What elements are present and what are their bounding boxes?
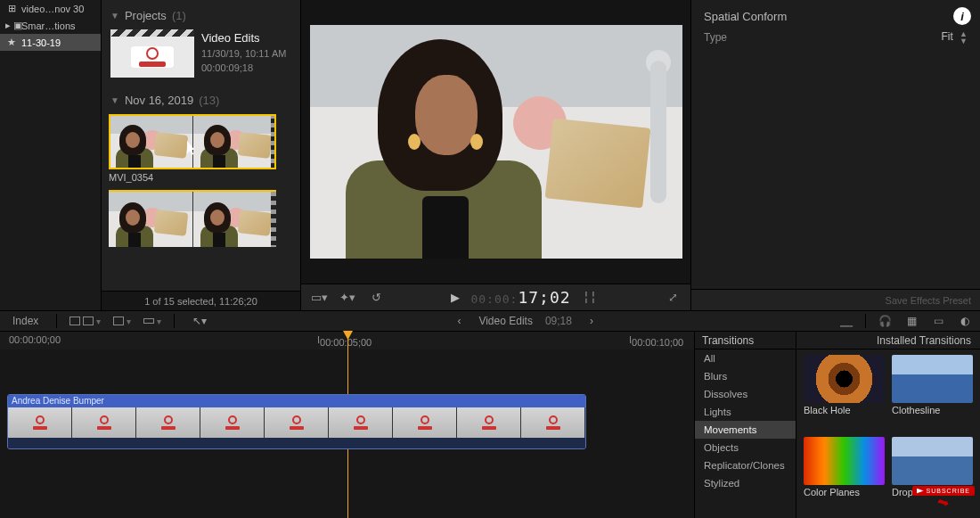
transition-thumbnail xyxy=(804,355,885,403)
event-label: Nov 16, 2019 xyxy=(125,94,193,107)
transition-label: Black Hole xyxy=(804,405,885,415)
clip-appearance-icon[interactable]: ▾ xyxy=(69,317,101,326)
save-effects-preset-button[interactable]: Save Effects Preset xyxy=(886,295,971,306)
transition-thumbnail xyxy=(892,355,973,403)
inspector-type-value: Fit xyxy=(941,30,952,43)
ruler-mark: I 00:00:10;00 xyxy=(629,334,632,345)
transition-label: Clothesline xyxy=(892,405,973,415)
event-count: (13) xyxy=(199,94,219,107)
transition-color-planes[interactable]: Color Planes xyxy=(804,437,885,514)
library-item-label: Smar…tions xyxy=(21,21,76,31)
timeline-clip[interactable]: Andrea Denise Bumper xyxy=(7,394,586,449)
transitions-browser-icon[interactable]: ▭ xyxy=(930,315,946,327)
fx-category-objects[interactable]: Objects xyxy=(695,439,796,456)
fx-category-movements[interactable]: Movements xyxy=(695,421,796,439)
projects-count: (1) xyxy=(172,9,186,22)
fx-right-header: Installed Transitions xyxy=(796,332,980,349)
transition-thumbnail xyxy=(804,437,885,485)
fx-category-lights[interactable]: Lights xyxy=(695,403,796,421)
fx-category-blurs[interactable]: Blurs xyxy=(695,367,796,385)
transition-drop-in[interactable]: Drop In xyxy=(892,437,973,514)
library-item-smart[interactable]: ▸ ▣ Smar…tions xyxy=(0,17,101,34)
library-item-video[interactable]: ⊞ video…nov 30 xyxy=(0,0,101,17)
stepper-icon[interactable]: ▲▼ xyxy=(960,30,968,45)
clip-filmstrip-selected[interactable] xyxy=(109,114,276,169)
projects-label: Projects xyxy=(125,9,167,22)
select-tool-icon[interactable]: ↖▾ xyxy=(187,314,212,328)
view-options-icon[interactable]: ▭▾ xyxy=(310,291,328,304)
transition-label: Color Planes xyxy=(804,487,885,497)
index-button[interactable]: Index xyxy=(7,314,44,328)
clip-browser: ▼ Projects (1) Video Edits 11/30/19, 10:… xyxy=(102,0,301,310)
clip-name: MVI_0354 xyxy=(109,172,293,183)
transition-black-hole[interactable]: Black Hole xyxy=(804,355,885,432)
ruler-mark: I 00:00:05;00 xyxy=(317,334,320,345)
inspector-section: Spatial Conform xyxy=(704,10,787,23)
timeline-clip-title: Andrea Denise Bumper xyxy=(8,395,585,407)
fullscreen-icon[interactable]: ⤢ xyxy=(664,291,682,304)
library-item-label: 11-30-19 xyxy=(21,37,61,48)
grid-icon: ⊞ xyxy=(5,3,18,14)
browser-status: 1 of 15 selected, 11:26;20 xyxy=(102,291,300,310)
effects-browser-icon[interactable]: ▦ xyxy=(903,315,919,327)
loop-icon[interactable]: ╎╎ xyxy=(582,291,598,304)
folder-icon: ▸ ▣ xyxy=(5,20,18,31)
info-icon[interactable]: i xyxy=(953,7,971,25)
effects-tool-icon[interactable]: ✦▾ xyxy=(339,291,356,304)
viewer-panel: ▭▾ ✦▾ ↺ ▶ 00:00:17;02 ╎╎ ⤢ xyxy=(301,0,691,310)
disclosure-icon: ▼ xyxy=(110,95,119,105)
retime-icon[interactable]: ↺ xyxy=(367,291,385,304)
project-duration: 00:00:09;18 xyxy=(201,62,286,73)
fx-category-replicator-clones[interactable]: Replicator/Clones xyxy=(695,456,796,474)
align-icon[interactable]: ⎯⎯ xyxy=(838,315,854,327)
inspector-type-row[interactable]: Type Fit ▲▼ xyxy=(691,27,980,48)
project-thumbnail xyxy=(110,29,194,78)
fx-category-stylized[interactable]: Stylized xyxy=(695,474,796,492)
transition-label: Drop In xyxy=(892,487,973,497)
viewer-timecode[interactable]: 00:00:17;02 xyxy=(470,288,570,307)
fx-category-dissolves[interactable]: Dissolves xyxy=(695,385,796,403)
ruler-mark: 00:00:00;00 xyxy=(9,334,61,345)
timeline-toolbar: Index ▾ ▾ ▾ ↖▾ ‹ Video Edits 09;18 › ⎯⎯ … xyxy=(0,310,980,332)
fx-category-all[interactable]: All xyxy=(695,349,796,367)
library-item-date[interactable]: ★ 11-30-19 xyxy=(0,34,101,51)
project-date: 11/30/19, 10:11 AM xyxy=(201,48,286,59)
fx-left-header: Transitions xyxy=(695,332,796,349)
timeline-nav-next[interactable]: › xyxy=(584,314,599,328)
timeline[interactable]: 00:00:00;00 I 00:00:05;00 I 00:00:10;00 … xyxy=(0,332,695,518)
clip-filmstrip[interactable] xyxy=(109,192,276,247)
video-preview[interactable] xyxy=(310,25,682,259)
transition-clothesline[interactable]: Clothesline xyxy=(892,355,973,432)
clip-appearance2-icon[interactable]: ▾ xyxy=(113,317,131,326)
event-section-header[interactable]: ▼ Nov 16, 2019 (13) xyxy=(109,90,293,111)
timeline-title: Video Edits xyxy=(478,315,533,327)
viewer-toolbar: ▭▾ ✦▾ ↺ ▶ 00:00:17;02 ╎╎ ⤢ xyxy=(301,284,690,310)
inspector-toggle-icon[interactable]: ◐ xyxy=(957,315,973,327)
inspector-type-label: Type xyxy=(704,31,766,44)
project-name: Video Edits xyxy=(201,31,286,45)
headphones-icon[interactable]: 🎧 xyxy=(877,315,893,327)
star-icon: ★ xyxy=(5,37,18,48)
library-item-label: video…nov 30 xyxy=(21,4,84,14)
timeline-nav-prev[interactable]: ‹ xyxy=(452,314,466,328)
clip-appearance3-icon[interactable]: ▾ xyxy=(143,317,161,326)
transition-thumbnail xyxy=(892,437,973,485)
disclosure-icon: ▼ xyxy=(110,11,119,21)
timeline-ruler[interactable]: 00:00:00;00 I 00:00:05;00 I 00:00:10;00 xyxy=(0,332,694,349)
project-item[interactable]: Video Edits 11/30/19, 10:11 AM 00:00:09;… xyxy=(109,26,293,90)
play-icon[interactable]: ▶ xyxy=(451,291,460,304)
libraries-sidebar: ⊞ video…nov 30 ▸ ▣ Smar…tions ★ 11-30-19 xyxy=(0,0,102,310)
effects-browser: Transitions AllBlursDissolvesLightsMovem… xyxy=(695,332,980,518)
projects-section-header[interactable]: ▼ Projects (1) xyxy=(109,5,293,26)
inspector-panel: Spatial Conform i Type Fit ▲▼ Save Effec… xyxy=(691,0,980,310)
timeline-duration: 09;18 xyxy=(545,315,572,327)
